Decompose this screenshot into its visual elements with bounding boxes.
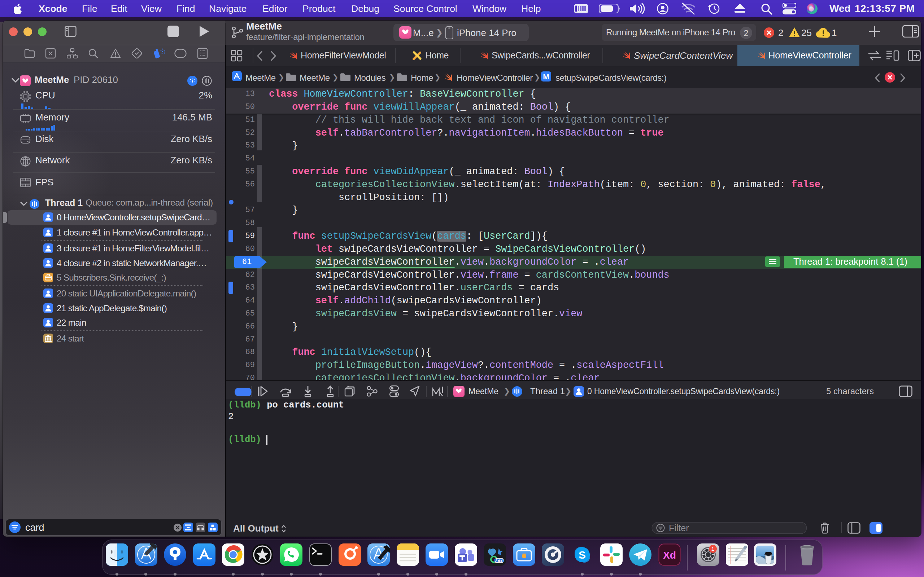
svg-text:S: S (578, 549, 586, 561)
svg-text:BETA: BETA (494, 559, 504, 563)
svg-text:1: 1 (711, 546, 714, 552)
svg-text:Xd: Xd (663, 550, 676, 561)
